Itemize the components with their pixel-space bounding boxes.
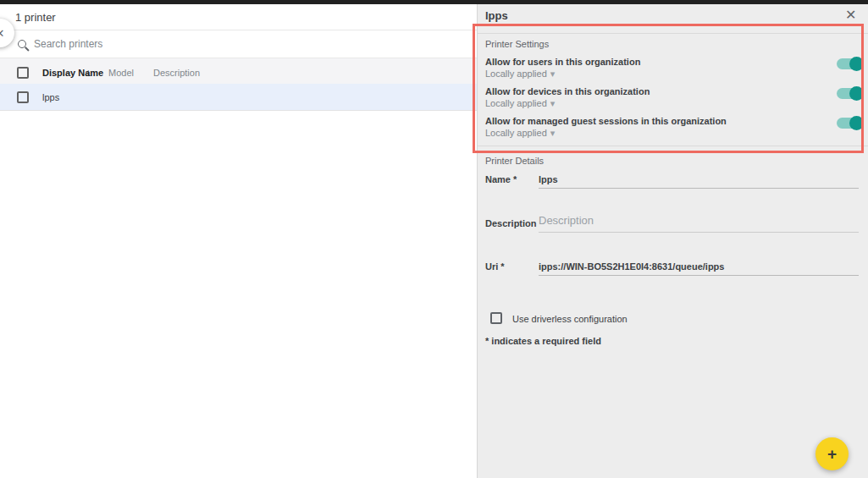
scope-text: Locally applied [485, 69, 547, 79]
search-bar[interactable] [0, 30, 477, 58]
description-field-label: Description [485, 218, 537, 228]
toggle-allow-users[interactable] [837, 58, 862, 69]
toggle-scope-users[interactable]: Locally applied▾ [485, 69, 555, 80]
name-field-value[interactable]: lpps [539, 174, 558, 184]
toggle-scope-devices[interactable]: Locally applied▾ [485, 98, 555, 109]
toggle-label-devices: Allow for devices in this organization [485, 86, 650, 96]
sort-descending-icon[interactable]: ↓ [86, 67, 91, 79]
scope-text: Locally applied [485, 98, 547, 108]
chevron-down-icon: ▾ [550, 128, 556, 138]
printer-list-panel: 1 printer ✕ Display Name ↓ Model Descrip… [0, 4, 477, 478]
select-all-checkbox[interactable] [17, 67, 29, 79]
chevron-down-icon: ▾ [550, 69, 556, 79]
toggle-knob [849, 86, 864, 101]
description-input[interactable] [539, 214, 856, 227]
printer-name-cell: lpps [42, 92, 59, 102]
toggle-label-users: Allow for users in this organization [485, 57, 640, 67]
toggle-allow-guest-sessions[interactable] [837, 118, 862, 129]
divider [478, 146, 868, 146]
toggle-allow-devices[interactable] [837, 88, 862, 99]
add-printer-button[interactable]: + [815, 437, 849, 470]
driverless-checkbox[interactable] [490, 312, 502, 324]
column-model[interactable]: Model [108, 68, 134, 78]
search-input[interactable] [34, 38, 440, 50]
driverless-checkbox-label: Use driverless configuration [512, 314, 628, 324]
toggle-knob [849, 116, 864, 130]
input-underline [539, 188, 859, 189]
printer-settings-heading: Printer Settings [485, 39, 549, 49]
printer-details-heading: Printer Details [485, 156, 544, 166]
divider [478, 33, 868, 34]
column-description[interactable]: Description [153, 68, 200, 78]
input-underline [539, 275, 859, 276]
panel-title: lpps [485, 9, 508, 22]
row-checkbox[interactable] [17, 91, 29, 103]
printer-detail-panel: lpps ✕ Printer Settings Allow for users … [477, 4, 868, 478]
table-row[interactable]: lpps [0, 84, 477, 111]
top-bar [0, 0, 868, 4]
close-icon: ✕ [0, 27, 4, 40]
toggle-label-guest-sessions: Allow for managed guest sessions in this… [485, 116, 727, 126]
column-display-name[interactable]: Display Name [42, 68, 103, 78]
search-icon [18, 40, 26, 48]
chevron-down-icon: ▾ [550, 98, 556, 108]
printer-count-label: 1 printer [15, 11, 56, 24]
input-underline [539, 232, 859, 233]
table-header: Display Name ↓ Model Description [0, 58, 477, 87]
name-field-label: Name * [485, 174, 517, 184]
toggle-knob [849, 57, 864, 71]
uri-field-value[interactable]: ipps://WIN-BO5S2H1E0I4:8631/queue/ipps [539, 261, 724, 272]
plus-icon: + [827, 446, 837, 462]
required-field-note: * indicates a required field [485, 336, 601, 346]
scope-text: Locally applied [485, 128, 547, 138]
uri-field-label: Uri * [485, 261, 505, 272]
close-icon[interactable]: ✕ [845, 7, 856, 23]
toggle-scope-guest-sessions[interactable]: Locally applied▾ [485, 128, 555, 139]
